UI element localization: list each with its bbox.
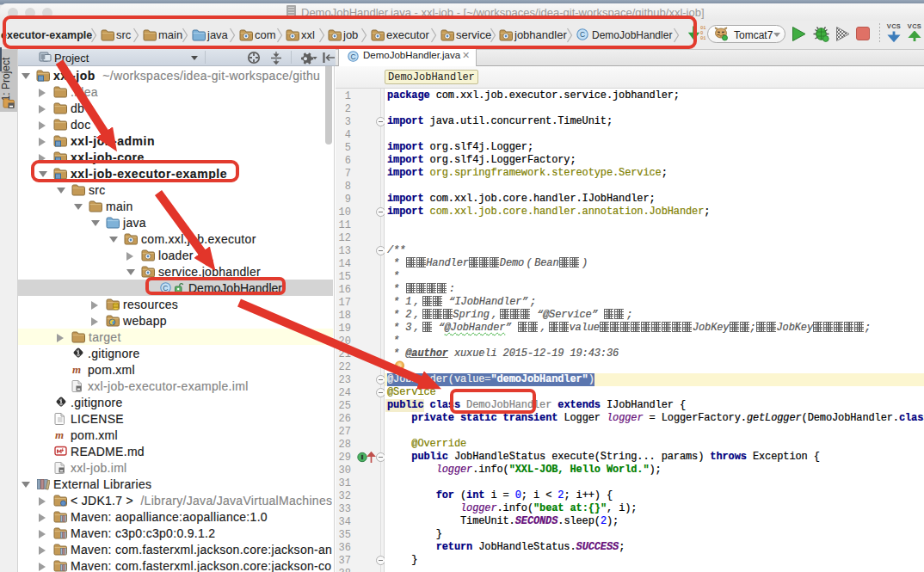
svg-text:m: m: [55, 428, 64, 440]
svg-text:C: C: [163, 284, 168, 292]
svg-text:C: C: [350, 52, 355, 61]
svg-text:C: C: [580, 30, 585, 39]
svg-text:01: 01: [700, 35, 706, 41]
svg-text:m: m: [72, 363, 81, 375]
